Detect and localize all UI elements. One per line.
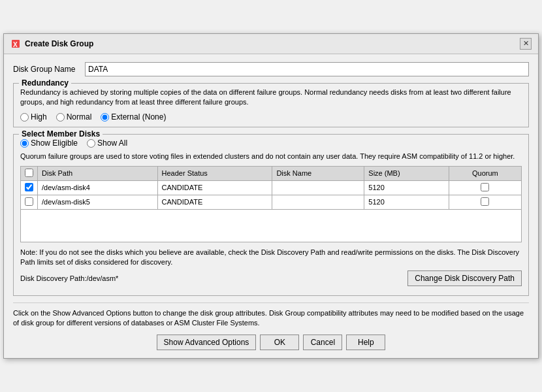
footer-button-row: Show Advanced Options OK Cancel Help: [13, 335, 529, 350]
redundancy-normal-radio[interactable]: [56, 113, 65, 122]
col-header-disk-name: Disk Name: [272, 166, 364, 180]
row2-checkbox[interactable]: [25, 197, 33, 206]
redundancy-normal[interactable]: Normal: [56, 112, 92, 122]
member-disks-title: Select Member Disks: [19, 129, 103, 139]
col-header-header-status: Header Status: [157, 166, 272, 180]
redundancy-high-label: High: [31, 112, 47, 122]
app-icon: X: [10, 39, 21, 49]
row2-quorum: [449, 195, 521, 209]
close-button[interactable]: ✕: [520, 38, 532, 50]
show-advanced-options-button[interactable]: Show Advanced Options: [157, 335, 257, 350]
redundancy-options: High Normal External (None): [20, 112, 522, 122]
row2-header-status: CANDIDATE: [157, 195, 272, 209]
show-all-radio[interactable]: [87, 139, 95, 148]
redundancy-group: Redundancy Redundancy is achieved by sto…: [13, 83, 529, 128]
show-all-option[interactable]: Show All: [87, 139, 127, 148]
show-eligible-radio[interactable]: [20, 139, 29, 148]
select-all-checkbox[interactable]: [25, 169, 33, 177]
show-all-label: Show All: [97, 139, 127, 148]
quorum-note: Quorum failure groups are used to store …: [20, 152, 522, 161]
discovery-path-value: /dev/asm*: [86, 274, 118, 282]
svg-text:X: X: [13, 41, 18, 48]
empty-row: [21, 209, 522, 242]
change-discovery-path-button[interactable]: Change Disk Discovery Path: [407, 270, 522, 286]
redundancy-normal-label: Normal: [67, 112, 92, 122]
redundancy-external[interactable]: External (None): [101, 112, 166, 122]
row2-quorum-checkbox[interactable]: [481, 197, 489, 206]
show-eligible-label: Show Eligible: [31, 139, 78, 148]
row2-disk-name: [272, 195, 364, 209]
dialog-title: Create Disk Group: [25, 39, 93, 48]
row2-disk-path: /dev/asm-disk5: [38, 195, 158, 209]
redundancy-high[interactable]: High: [20, 112, 47, 122]
disk-group-name-label: Disk Group Name: [13, 65, 85, 74]
row1-quorum-checkbox[interactable]: [481, 183, 489, 191]
redundancy-external-label: External (None): [111, 112, 166, 122]
dialog-body: Disk Group Name Redundancy Redundancy is…: [4, 54, 538, 359]
col-header-size-mb: Size (MB): [364, 166, 449, 180]
redundancy-description: Redundancy is achieved by storing multip…: [20, 88, 522, 108]
row1-header-status: CANDIDATE: [157, 180, 272, 195]
redundancy-title: Redundancy: [19, 78, 71, 88]
disk-group-name-input[interactable]: [85, 62, 529, 76]
show-eligible-option[interactable]: Show Eligible: [20, 139, 78, 148]
member-disks-group: Select Member Disks Show Eligible Show A…: [13, 134, 529, 295]
col-header-quorum: Quorum: [449, 166, 521, 180]
create-disk-group-dialog: X Create Disk Group ✕ Disk Group Name Re…: [3, 33, 539, 359]
table-row: /dev/asm-disk4 CANDIDATE 5120: [21, 180, 522, 195]
row1-size: 5120: [364, 180, 449, 195]
table-row-empty: [21, 209, 522, 242]
row2-check-cell: [21, 195, 38, 209]
redundancy-external-radio[interactable]: [101, 113, 109, 122]
title-bar: X Create Disk Group ✕: [4, 34, 538, 54]
help-button[interactable]: Help: [346, 335, 385, 350]
disk-group-name-row: Disk Group Name: [13, 62, 529, 76]
advanced-options-note: Click on the Show Advanced Options butto…: [13, 302, 529, 329]
row1-quorum: [449, 180, 521, 195]
discovery-path-text: Disk Discovery Path:/dev/asm*: [20, 274, 118, 282]
ok-button[interactable]: OK: [260, 335, 299, 350]
col-header-disk-path: Disk Path: [38, 166, 158, 180]
col-header-check: [21, 166, 38, 180]
discovery-path-label: Disk Discovery Path:: [20, 274, 86, 282]
row1-checkbox[interactable]: [25, 183, 33, 191]
table-row: /dev/asm-disk5 CANDIDATE 5120: [21, 195, 522, 209]
discovery-path-row: Disk Discovery Path:/dev/asm* Change Dis…: [20, 270, 522, 286]
row1-check-cell: [21, 180, 38, 195]
title-bar-left: X Create Disk Group: [10, 39, 93, 49]
cancel-button[interactable]: Cancel: [303, 335, 342, 350]
row1-disk-name: [272, 180, 364, 195]
disk-table: Disk Path Header Status Disk Name Size (…: [20, 166, 522, 242]
row1-disk-path: /dev/asm-disk4: [38, 180, 158, 195]
disk-discovery-note: Note: If you do not see the disks which …: [20, 248, 522, 268]
row2-size: 5120: [364, 195, 449, 209]
show-options-row: Show Eligible Show All: [20, 139, 522, 148]
redundancy-high-radio[interactable]: [20, 113, 29, 122]
